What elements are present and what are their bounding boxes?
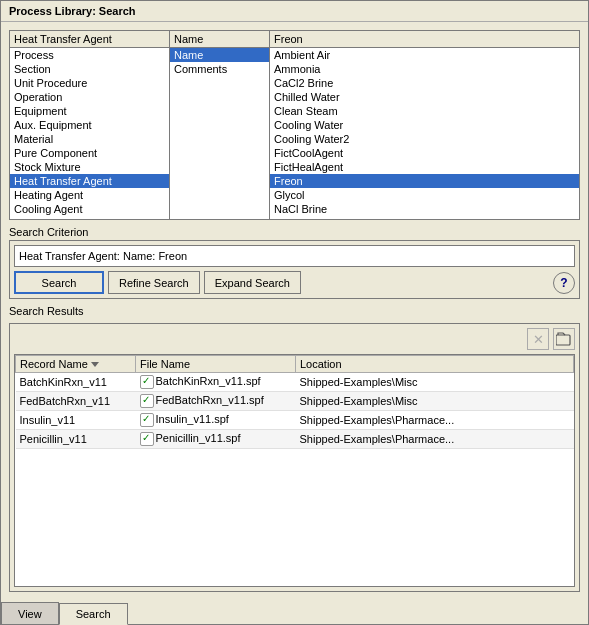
col-header-file[interactable]: File Name: [136, 356, 296, 373]
list-item[interactable]: Process: [10, 48, 169, 62]
table-row[interactable]: Penicillin_v11 Penicillin_v11.spf Shippe…: [16, 430, 574, 449]
tab-search[interactable]: Search: [59, 603, 128, 625]
category-pane: Heat Transfer Agent ProcessSectionUnit P…: [10, 31, 170, 219]
list-item[interactable]: Ammonia: [270, 62, 579, 76]
name-listbox[interactable]: NameComments: [170, 48, 269, 219]
cell-file: Penicillin_v11.spf: [136, 430, 296, 449]
cell-location: Shipped-Examples\Pharmace...: [296, 411, 574, 430]
list-item[interactable]: Ambient Air: [270, 48, 579, 62]
list-item[interactable]: Aux. Equipment: [10, 118, 169, 132]
refine-search-button[interactable]: Refine Search: [108, 271, 200, 294]
list-item[interactable]: Unit Procedure: [10, 76, 169, 90]
freon-header: Freon: [270, 31, 579, 48]
bottom-tabs: ViewSearch: [1, 602, 588, 624]
list-item[interactable]: Glycol: [270, 188, 579, 202]
list-item[interactable]: Cooling Water2: [270, 132, 579, 146]
table-row[interactable]: FedBatchRxn_v11 FedBatchRxn_v11.spf Ship…: [16, 392, 574, 411]
search-criterion-section: Search Criterion Search Refine Search Ex…: [9, 226, 580, 299]
file-status-icon: [140, 432, 154, 446]
list-item[interactable]: Section: [10, 62, 169, 76]
list-item[interactable]: Pure Component: [10, 146, 169, 160]
list-item[interactable]: NaCl Brine: [270, 202, 579, 216]
list-item[interactable]: Heating Agent: [10, 188, 169, 202]
sort-icon: [91, 362, 99, 367]
cell-file: BatchKinRxn_v11.spf: [136, 373, 296, 392]
list-item[interactable]: Name: [170, 48, 269, 62]
open-button[interactable]: [553, 328, 575, 350]
col-header-location[interactable]: Location: [296, 356, 574, 373]
list-item[interactable]: Cooling Agent: [10, 202, 169, 216]
category-listbox[interactable]: ProcessSectionUnit ProcedureOperationEqu…: [10, 48, 169, 219]
file-status-icon: [140, 375, 154, 389]
cell-record: BatchKinRxn_v11: [16, 373, 136, 392]
file-status-icon: [140, 394, 154, 408]
main-window: Process Library: Search Heat Transfer Ag…: [0, 0, 589, 625]
criterion-input[interactable]: [14, 245, 575, 267]
freon-listbox[interactable]: Ambient AirAmmoniaCaCl2 BrineChilled Wat…: [270, 48, 579, 219]
list-item[interactable]: FictHealAgent: [270, 160, 579, 174]
delete-button[interactable]: ✕: [527, 328, 549, 350]
list-item[interactable]: Stock Mixture: [10, 160, 169, 174]
list-item[interactable]: Freon: [270, 174, 579, 188]
results-toolbar: ✕: [14, 328, 575, 350]
list-item[interactable]: FictCoolAgent: [270, 146, 579, 160]
help-icon[interactable]: ?: [553, 272, 575, 294]
lists-section: Heat Transfer Agent ProcessSectionUnit P…: [9, 30, 580, 220]
tab-view[interactable]: View: [1, 602, 59, 624]
svg-rect-0: [556, 335, 570, 345]
table-row[interactable]: Insulin_v11 Insulin_v11.spf Shipped-Exam…: [16, 411, 574, 430]
table-row[interactable]: BatchKinRxn_v11 BatchKinRxn_v11.spf Ship…: [16, 373, 574, 392]
category-header: Heat Transfer Agent: [10, 31, 169, 48]
results-table: Record Name File Name Location: [14, 354, 575, 587]
cell-location: Shipped-Examples\Pharmace...: [296, 430, 574, 449]
search-button[interactable]: Search: [14, 271, 104, 294]
results-label: Search Results: [9, 305, 580, 317]
list-item[interactable]: Clean Steam: [270, 104, 579, 118]
cell-location: Shipped-Examples\Misc: [296, 392, 574, 411]
table-header-row: Record Name File Name Location: [16, 356, 574, 373]
list-item[interactable]: Cooling Water: [270, 118, 579, 132]
cell-record: FedBatchRxn_v11: [16, 392, 136, 411]
window-title: Process Library: Search: [1, 1, 588, 22]
col-header-record[interactable]: Record Name: [16, 356, 136, 373]
cell-record: Insulin_v11: [16, 411, 136, 430]
cell-file: FedBatchRxn_v11.spf: [136, 392, 296, 411]
name-header: Name: [170, 31, 269, 48]
cell-location: Shipped-Examples\Misc: [296, 373, 574, 392]
buttons-row: Search Refine Search Expand Search ?: [14, 271, 575, 294]
file-status-icon: [140, 413, 154, 427]
list-item[interactable]: Comments: [170, 62, 269, 76]
search-criterion-label: Search Criterion: [9, 226, 580, 238]
cell-record: Penicillin_v11: [16, 430, 136, 449]
results-section: ✕ Record Name: [9, 323, 580, 592]
list-item[interactable]: Operation: [10, 90, 169, 104]
cell-file: Insulin_v11.spf: [136, 411, 296, 430]
freon-pane: Freon Ambient AirAmmoniaCaCl2 BrineChill…: [270, 31, 579, 219]
list-item[interactable]: Material: [10, 132, 169, 146]
list-item[interactable]: Chilled Water: [270, 90, 579, 104]
expand-search-button[interactable]: Expand Search: [204, 271, 301, 294]
list-item[interactable]: CaCl2 Brine: [270, 76, 579, 90]
list-item[interactable]: Equipment: [10, 104, 169, 118]
list-item[interactable]: Heat Transfer Agent: [10, 174, 169, 188]
name-pane: Name NameComments: [170, 31, 270, 219]
